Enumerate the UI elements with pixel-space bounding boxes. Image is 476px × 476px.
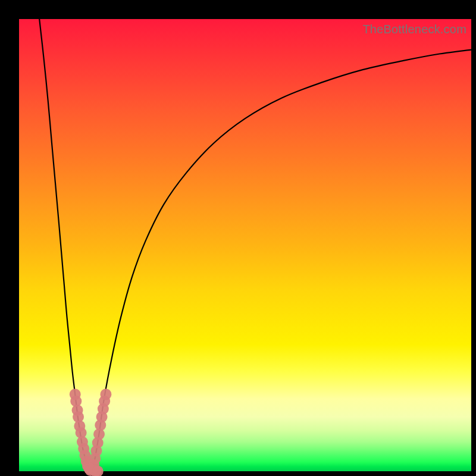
chart-svg bbox=[0, 0, 476, 476]
curve-left-branch bbox=[39, 19, 91, 471]
data-point bbox=[100, 389, 111, 400]
curve-right-branch bbox=[91, 50, 471, 471]
chart-frame: TheBottleneck.com bbox=[0, 0, 476, 476]
